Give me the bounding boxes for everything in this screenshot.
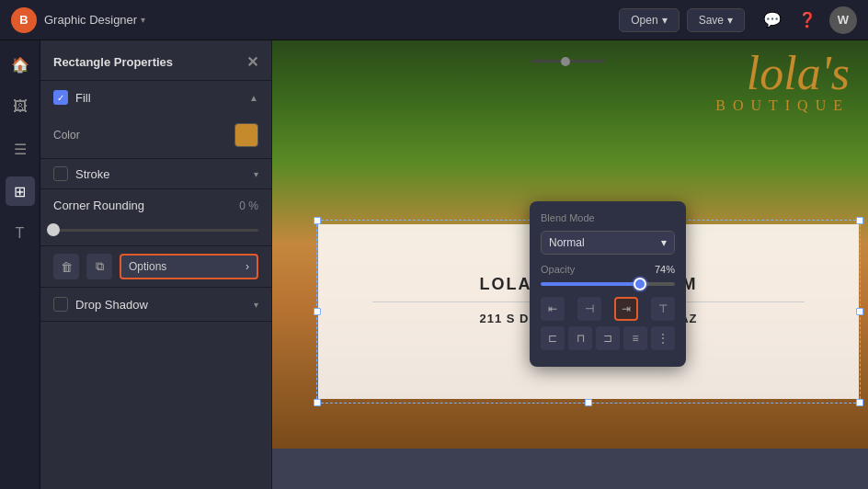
align-bottom-center-icon[interactable]: ⊓ [568, 326, 592, 350]
props-title: Rectangle Properties [53, 55, 173, 69]
icon-rail: 🏠 🖼 ☰ ⊞ T [0, 40, 40, 489]
opacity-thumb [634, 278, 646, 290]
options-chevron-icon: › [246, 260, 249, 273]
handle-tl[interactable] [314, 217, 321, 224]
app-name-label: Graphic Designer [44, 13, 137, 27]
app-logo[interactable]: B [11, 7, 37, 33]
boutique-text: BOUTIQUE [715, 97, 850, 114]
boutique-lolas-text: lola's [715, 50, 850, 97]
rail-text-icon[interactable]: T [6, 219, 35, 248]
corner-rounding-value: 0 % [239, 199, 258, 212]
rail-components-icon[interactable]: ⊞ [6, 176, 35, 206]
drop-shadow-label: Drop Shadow [75, 298, 246, 312]
handle-bc[interactable] [585, 399, 592, 406]
stroke-checkbox[interactable] [53, 166, 68, 181]
opacity-row: Opacity 74% [541, 264, 675, 275]
avatar[interactable]: W [829, 6, 857, 34]
corner-rounding-header: Corner Rounding 0 % [53, 199, 258, 212]
drop-shadow-section: Drop Shadow ▾ [40, 288, 271, 322]
close-icon[interactable]: ✕ [246, 53, 258, 71]
rail-home-icon[interactable]: 🏠 [6, 50, 35, 79]
handle-bl[interactable] [314, 399, 321, 406]
corner-thumb [47, 223, 60, 236]
blend-mode-select[interactable]: Normal ▾ [541, 231, 675, 255]
drop-shadow-chevron-icon: ▾ [254, 300, 258, 310]
fill-body: Color [40, 114, 271, 158]
app-name-chevron-icon: ▾ [141, 15, 145, 25]
rail-image-icon[interactable]: 🖼 [6, 92, 35, 121]
opacity-value: 74% [655, 264, 675, 275]
handle-br[interactable] [856, 399, 863, 406]
stroke-label: Stroke [75, 167, 246, 181]
align-top-icon[interactable]: ⊤ [651, 297, 675, 321]
canvas-content: lola's BOUTIQUE LOLASBOUTIQUE.COM 211 S … [272, 40, 868, 449]
distribute-v-icon[interactable]: ⋮ [651, 326, 675, 350]
app-name-area[interactable]: Graphic Designer ▾ [44, 13, 145, 27]
blend-mode-chevron-icon: ▾ [661, 236, 667, 249]
handle-ml[interactable] [314, 308, 321, 315]
main-area: 🏠 🖼 ☰ ⊞ T Rectangle Properties ✕ ✓ Fill … [0, 40, 868, 489]
align-right-icon[interactable]: ⇥ [614, 297, 638, 321]
rail-layout-icon[interactable]: ☰ [6, 134, 35, 164]
corner-rounding-title: Corner Rounding [53, 199, 144, 212]
stroke-row: Stroke ▾ [40, 159, 271, 188]
align-bottom-right-icon[interactable]: ⊐ [596, 326, 620, 350]
props-header: Rectangle Properties ✕ [40, 40, 271, 81]
corner-track [53, 229, 258, 232]
fill-chevron-icon: ▲ [249, 93, 258, 103]
fill-color-row: Color [53, 123, 258, 147]
save-button[interactable]: Save ▾ [687, 8, 745, 32]
properties-panel: Rectangle Properties ✕ ✓ Fill ▲ Color St… [40, 40, 272, 489]
save-chevron-icon: ▾ [727, 14, 733, 27]
corner-slider[interactable] [53, 222, 258, 238]
chat-icon[interactable]: 💬 [760, 7, 785, 33]
copy-button[interactable]: ⧉ [86, 254, 112, 279]
options-row: 🗑 ⧉ Options › [40, 246, 271, 288]
stroke-chevron-icon: ▾ [254, 169, 258, 179]
zoom-thumb [561, 57, 570, 66]
open-button[interactable]: Open ▾ [619, 8, 679, 32]
align-center-h-icon[interactable]: ⊣ [577, 297, 601, 321]
corner-rounding-body: Corner Rounding 0 % [40, 189, 271, 245]
opacity-label: Opacity [541, 264, 575, 275]
help-icon[interactable]: ❓ [794, 7, 820, 33]
topbar: B Graphic Designer ▾ Open ▾ Save ▾ 💬 ❓ W [0, 0, 868, 40]
color-swatch[interactable] [234, 123, 258, 147]
color-label: Color [53, 129, 227, 142]
opacity-slider[interactable] [541, 282, 675, 286]
drop-shadow-row: Drop Shadow ▾ [40, 288, 271, 321]
align-left-icon[interactable]: ⇤ [541, 297, 565, 321]
fill-checkbox[interactable]: ✓ [53, 90, 68, 105]
open-chevron-icon: ▾ [662, 14, 668, 27]
options-button[interactable]: Options › [120, 254, 258, 279]
align-row-1: ⇤ ⊣ ⇥ ⊤ [541, 297, 675, 321]
trash-button[interactable]: 🗑 [53, 254, 79, 279]
blend-mode-label: Blend Mode [541, 212, 675, 223]
handle-mr[interactable] [856, 308, 863, 315]
handle-tr[interactable] [856, 217, 863, 224]
canvas-area[interactable]: lola's BOUTIQUE LOLASBOUTIQUE.COM 211 S … [272, 40, 868, 489]
fill-label: Fill [75, 91, 242, 105]
align-bottom-left-icon[interactable]: ⊏ [541, 326, 565, 350]
distribute-h-icon[interactable]: ≡ [623, 326, 647, 350]
blend-mode-popup: Blend Mode Normal ▾ Opacity 74% ⇤ ⊣ ⇥ [530, 201, 686, 367]
corner-rounding-section: Corner Rounding 0 % [40, 189, 271, 246]
topbar-icon-group: 💬 ❓ W [760, 6, 857, 34]
zoom-track[interactable] [531, 60, 605, 63]
align-row-2: ⊏ ⊓ ⊐ ≡ ⋮ [541, 326, 675, 350]
fill-section-header[interactable]: ✓ Fill ▲ [40, 81, 271, 114]
stroke-section: Stroke ▾ [40, 159, 271, 189]
boutique-logo: lola's BOUTIQUE [715, 50, 850, 114]
drop-shadow-checkbox[interactable] [53, 297, 68, 312]
fill-section: ✓ Fill ▲ Color [40, 81, 271, 159]
